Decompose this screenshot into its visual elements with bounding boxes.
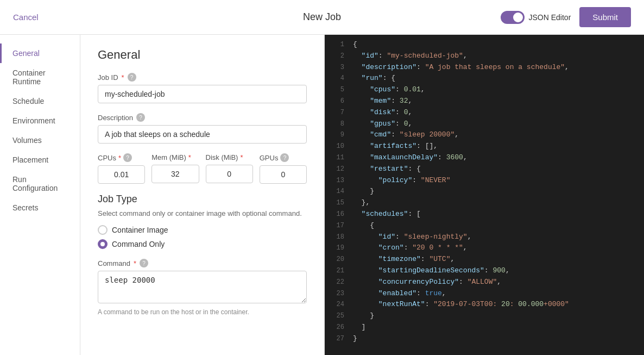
json-code: "run": { — [353, 73, 395, 84]
line-number: 9 — [329, 129, 344, 140]
sidebar-item-run-configuration[interactable]: Run Configuration — [0, 170, 80, 198]
job-id-help-icon[interactable]: ? — [128, 73, 136, 82]
cpus-help-icon[interactable]: ? — [123, 153, 132, 162]
json-line: 22 "concurrencyPolicy": "ALLOW", — [325, 277, 644, 288]
cpus-label: CPUs * ? — [98, 153, 145, 162]
line-number: 13 — [329, 175, 344, 186]
line-number: 16 — [329, 209, 344, 220]
container-image-option[interactable]: Container Image — [98, 225, 307, 235]
description-help-icon[interactable]: ? — [136, 113, 145, 122]
json-code: }, — [353, 197, 370, 209]
disk-field: Disk (MiB) * — [206, 153, 253, 184]
command-only-radio[interactable] — [98, 239, 108, 249]
command-group: Command * ? sleep 20000 A command to be … — [98, 259, 307, 316]
page-title: New Job — [303, 11, 341, 23]
json-code: "artifacts": [], — [353, 141, 438, 152]
sidebar-item-container-runtime[interactable]: Container Runtime — [0, 63, 80, 91]
json-line: 24 "nextRunAt": "2019-07-03T00: 20: 00.0… — [325, 299, 644, 310]
job-id-group: Job ID * ? — [98, 73, 307, 103]
disk-label: Disk (MiB) * — [206, 153, 253, 161]
json-line: 25 } — [325, 310, 644, 322]
json-line: 18 "id": "sleep-nightly", — [325, 232, 644, 243]
json-line: 12 "restart": { — [325, 164, 644, 175]
line-number: 3 — [329, 62, 344, 73]
json-code: "timezone": "UTC", — [353, 254, 454, 265]
header-right: JSON Editor Submit — [501, 7, 632, 27]
json-editor-panel: 1{2 "id": "my-scheduled-job",3 "descript… — [325, 35, 644, 355]
line-number: 12 — [329, 164, 344, 175]
command-input[interactable]: sleep 20000 — [98, 271, 307, 303]
job-id-label: Job ID * ? — [98, 73, 307, 82]
sidebar-item-general[interactable]: General — [0, 43, 80, 63]
json-line: 9 "cmd": "sleep 20000", — [325, 129, 644, 141]
json-line: 7 "disk": 0, — [325, 107, 644, 119]
json-line: 4 "run": { — [325, 73, 644, 84]
json-code: "restart": { — [353, 164, 421, 175]
sidebar: General Container Runtime Schedule Envir… — [0, 35, 80, 355]
mem-input[interactable] — [151, 165, 199, 183]
line-number: 5 — [329, 84, 344, 95]
gpus-help-icon[interactable]: ? — [280, 153, 289, 162]
json-line: 3 "description": "A job that sleeps on a… — [325, 62, 644, 73]
cancel-button[interactable]: Cancel — [13, 13, 39, 22]
gpus-label: GPUs ? — [260, 153, 307, 162]
sidebar-item-volumes[interactable]: Volumes — [0, 130, 80, 150]
json-editor-toggle-label[interactable]: JSON Editor — [501, 11, 571, 24]
gpus-input[interactable] — [260, 165, 307, 184]
json-code: "nextRunAt": "2019-07-03T00: 20: 00.000+… — [353, 299, 569, 310]
form-section-title: General — [98, 48, 307, 62]
container-image-radio[interactable] — [98, 225, 108, 235]
json-line: 2 "id": "my-scheduled-job", — [325, 51, 644, 62]
line-number: 25 — [329, 310, 344, 321]
line-number: 27 — [329, 333, 344, 344]
command-only-label: Command Only — [112, 240, 165, 248]
command-hint: A command to be run on the host or in th… — [98, 308, 307, 316]
command-only-option[interactable]: Command Only — [98, 239, 307, 249]
json-line: 11 "maxLaunchDelay": 3600, — [325, 152, 644, 164]
command-label: Command * ? — [98, 259, 307, 267]
description-group: Description ? — [98, 113, 307, 144]
job-type-group: Job Type Select command only or containe… — [98, 194, 307, 249]
json-code: "cron": "20 0 * * *", — [353, 242, 468, 254]
cpus-input[interactable] — [98, 165, 145, 184]
sidebar-item-secrets[interactable]: Secrets — [0, 198, 80, 217]
line-number: 17 — [329, 220, 344, 231]
json-line: 20 "timezone": "UTC", — [325, 254, 644, 265]
line-number: 14 — [329, 186, 344, 197]
json-line: 15 }, — [325, 197, 644, 209]
form-area: General Job ID * ? Description ? CPUs * — [80, 35, 325, 355]
json-code: "enabled": true, — [353, 288, 446, 300]
sidebar-item-environment[interactable]: Environment — [0, 111, 80, 130]
command-help-icon[interactable]: ? — [140, 259, 148, 267]
mem-label: Mem (MiB) * — [151, 153, 199, 161]
json-code: "cmd": "sleep 20000", — [353, 129, 459, 141]
json-code: "gpus": 0, — [353, 119, 412, 130]
json-code: { — [353, 39, 357, 51]
header-left: Cancel — [13, 13, 39, 22]
json-code: } — [353, 186, 374, 197]
json-code: { — [353, 220, 374, 232]
description-input[interactable] — [98, 125, 307, 144]
sidebar-item-placement[interactable]: Placement — [0, 150, 80, 170]
container-image-label: Container Image — [112, 226, 168, 234]
json-line: 19 "cron": "20 0 * * *", — [325, 242, 644, 254]
description-label: Description ? — [98, 113, 307, 122]
json-line: 13 "policy": "NEVER" — [325, 175, 644, 186]
json-code: ] — [353, 322, 365, 333]
json-line: 8 "gpus": 0, — [325, 119, 644, 130]
line-number: 6 — [329, 96, 344, 107]
job-id-input[interactable] — [98, 85, 307, 103]
json-line: 6 "mem": 32, — [325, 96, 644, 107]
disk-input[interactable] — [206, 165, 253, 183]
main-container: General Container Runtime Schedule Envir… — [0, 35, 644, 355]
submit-button[interactable]: Submit — [579, 7, 631, 27]
json-code: } — [353, 310, 374, 322]
json-editor-toggle[interactable] — [501, 11, 525, 24]
json-line: 26 ] — [325, 322, 644, 333]
json-code: "startingDeadlineSeconds": 900, — [353, 265, 510, 277]
json-code: "concurrencyPolicy": "ALLOW", — [353, 277, 501, 288]
sidebar-item-schedule[interactable]: Schedule — [0, 91, 80, 111]
json-line: 16 "schedules": [ — [325, 209, 644, 220]
json-code: "mem": 32, — [353, 96, 412, 107]
json-line: 23 "enabled": true, — [325, 288, 644, 300]
